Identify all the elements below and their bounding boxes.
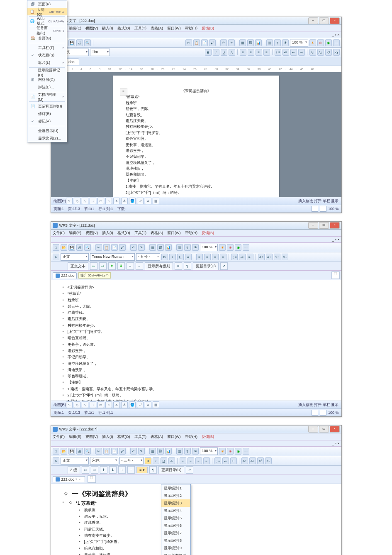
outline-item[interactable]: 漫空秋风摧又了， [59,361,333,367]
align-justify-icon[interactable]: ≡ [263,49,270,56]
format-painter-icon[interactable]: 🖌 [209,39,216,46]
menu-bar[interactable]: 文件(F)编辑(E)视图(V)插入(I)格式(O)工具(T)表格(A)窗口(W)… [51,433,341,440]
level-item[interactable]: 显示级别 6 [161,522,190,529]
level-item[interactable]: 显示级别 3 [161,499,190,507]
level-item[interactable]: 显示所有级别 [161,552,190,555]
font-color-icon[interactable]: A [168,457,175,464]
textbox-icon[interactable]: A [113,198,120,204]
outline-item[interactable]: 3.翠绮：即罗绮。古代读书人和初入仕途所穿之绮。 [59,399,333,401]
more-icon[interactable]: ⋯ [333,39,340,46]
pointer-icon[interactable]: ↖ [66,198,73,204]
super-icon[interactable]: X² [325,49,332,56]
document-tab[interactable]: 222.doc * × [53,476,85,482]
show-icon[interactable]: 👁 [282,39,289,46]
outline-item[interactable]: 满地残阳， [59,367,333,373]
promote-icon[interactable]: ⇦ [90,262,97,270]
outline-item[interactable]: 塔影玉开， [59,348,333,354]
outline-level-combo[interactable]: 正文文本 [68,262,88,270]
menu-bar[interactable]: 文件(F)编辑(E)视图(V)插入(I)格式(O)工具(T)表格(A)窗口(W)… [51,230,341,237]
fill-icon[interactable]: 🪣 [129,198,136,204]
numbering-icon[interactable]: ⋮≡ [275,49,281,56]
wps-icon[interactable]: ◉ [325,39,332,46]
paste-icon[interactable]: 📄 [201,39,208,46]
title-bar[interactable]: WPS 文字 - [222.doc] – ▭ × [51,17,341,25]
menu-item[interactable]: ✓状态栏(S) [27,51,67,59]
oval-icon[interactable]: ○ [105,198,112,204]
menu-view[interactable]: 视图(V) [85,26,98,31]
menu-item[interactable]: 🌐Web版式Ctrl+Alt+W [27,17,67,25]
menu-item[interactable]: 🏠首页(G) [27,34,67,42]
menu-item[interactable]: ⊞网格线(G) [27,76,67,83]
view-web-icon[interactable] [320,206,326,212]
level-item[interactable]: 显示级别 8 [161,537,190,544]
preview-icon[interactable]: 🔍 [84,39,91,46]
undo-icon[interactable]: ↶ [220,39,227,46]
demote-body-icon[interactable]: ⬇ [117,262,125,270]
italic-icon[interactable]: I [213,49,219,56]
rect-icon[interactable]: ▭ [97,198,104,204]
promote-body-icon[interactable]: ⬆ [108,262,116,270]
menu-item[interactable]: 任务窗格(K)Ctrl+F1 [27,27,67,34]
level-item[interactable]: 显示级别 4 [161,507,190,514]
menu-tools[interactable]: 工具(T) [134,26,147,31]
show-first-line-icon[interactable]: ≡ [175,262,182,270]
bullets-icon[interactable]: •≡ [282,49,289,56]
outline-item[interactable]: 不记归朝早。 [59,354,333,360]
maximize-button[interactable]: ▭ [319,222,329,229]
minimize-button[interactable]: – [308,17,318,24]
nav-button[interactable]: ⬚ [331,271,340,279]
align-center-icon[interactable]: ≡ [248,49,254,56]
italic-icon[interactable]: I [153,457,159,464]
align-left-icon[interactable]: ≡ [196,254,203,260]
ruler[interactable]: ·2·4·6·8·10·12·14·16·18·20·22·24·26·28·3… [51,66,341,72]
menu-item[interactable]: 标尺(L)▸ [27,59,67,66]
demote-icon[interactable]: ⇨ [99,262,107,270]
close-button[interactable]: × [330,426,340,433]
view-print-icon[interactable] [312,206,318,212]
sub-icon[interactable]: X₂ [333,49,340,56]
font-grow-icon[interactable]: A↑ [309,49,316,56]
show-level-popup[interactable]: 显示级别 1显示级别 2显示级别 3显示级别 4显示级别 5显示级别 6显示级别… [161,484,191,555]
level-item[interactable]: 显示级别 1 [161,484,190,492]
close-button[interactable]: × [330,222,340,229]
outline-item[interactable]: 魏承班 [59,297,333,303]
super-icon[interactable]: X² [274,254,280,260]
align-center-icon[interactable]: ≡ [204,254,211,260]
align-left-icon[interactable]: ≡ [240,49,246,56]
font-color2-icon[interactable]: A [145,198,151,204]
outline-view[interactable]: 一《宋词鉴赏辞典》 *1 苏幕遮*魏承班碧云平，无际。红藕香残。雨后江天晓。独有… [51,484,341,555]
menu-feedback[interactable]: 反馈(B) [202,26,214,31]
wordart-icon[interactable]: 𝐀 [121,198,128,204]
menu-item[interactable]: 显示段落标记(H) [27,68,67,76]
minimize-button[interactable]: – [308,426,318,433]
sub-icon[interactable]: X₂ [282,254,288,260]
document-tab[interactable]: 222.doc [53,272,77,279]
shadow-icon[interactable]: ▦ [153,198,159,204]
show-level-combo[interactable]: 显示所有级别 [145,262,173,270]
font-color-icon[interactable]: A [185,254,192,260]
style-icon[interactable]: A [53,254,59,260]
outline-item[interactable]: *苏幕遮* [59,291,333,297]
level-item[interactable]: 显示级别 7 [161,529,190,537]
underline-icon[interactable]: U [221,49,227,56]
print-icon[interactable]: 🖨 [76,39,83,46]
goto-toc-icon[interactable]: ↗ [220,262,228,270]
doc-close[interactable]: × [337,33,339,37]
maximize-button[interactable]: ▭ [319,17,329,24]
save-icon[interactable]: 💾 [68,39,75,46]
view-print-icon[interactable] [312,410,318,416]
menu-item[interactable]: 📋大纲(O)Ctrl+Alt+O [27,8,67,15]
menu-item[interactable]: 显示比例(Z)... [27,134,67,142]
move-up-icon[interactable]: ＋ [127,262,134,270]
draw-label[interactable]: 绘图(R) [54,198,66,204]
outline-item[interactable]: [上"欠"下"手"]绮罗香。 [59,329,333,335]
outline-item[interactable]: 更长亭，送远道。 [59,342,333,348]
title-bar[interactable]: WPS 文字 - [222.doc *] – ▭ × [51,425,341,433]
update-toc-button[interactable]: 更新目录(U) [193,262,219,270]
menu-item[interactable]: 脚注(E)... [27,83,67,91]
line-icon[interactable]: ＼ [82,198,88,204]
menu-insert[interactable]: 插入(I) [102,26,113,31]
menu-table[interactable]: 表格(A) [151,26,163,31]
style-icon[interactable]: A [53,457,59,464]
outline-item[interactable]: 独有南楼年最少。 [59,323,333,329]
